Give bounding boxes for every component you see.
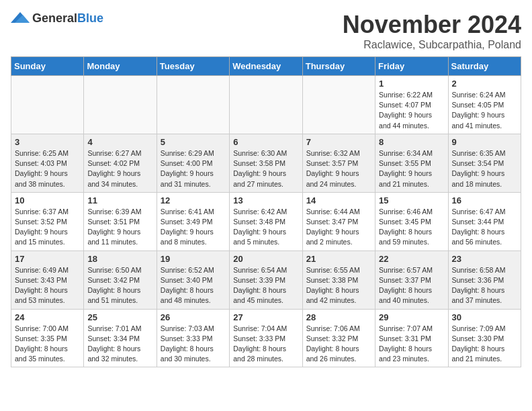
day-cell <box>11 76 84 134</box>
day-number: 16 <box>452 195 517 205</box>
day-number: 11 <box>87 195 152 205</box>
week-row-1: 1Sunrise: 6:22 AM Sunset: 4:07 PM Daylig… <box>11 76 521 134</box>
day-cell: 9Sunrise: 6:35 AM Sunset: 3:54 PM Daylig… <box>448 134 521 192</box>
day-cell: 19Sunrise: 6:52 AM Sunset: 3:40 PM Dayli… <box>157 250 229 309</box>
day-number: 1 <box>379 79 444 89</box>
title-area: November 2024 Raclawice, Subcarpathia, P… <box>343 11 521 51</box>
day-cell <box>157 76 229 134</box>
day-cell: 18Sunrise: 6:50 AM Sunset: 3:42 PM Dayli… <box>84 250 157 309</box>
day-info: Sunrise: 6:25 AM Sunset: 4:03 PM Dayligh… <box>15 148 80 189</box>
day-info: Sunrise: 6:37 AM Sunset: 3:52 PM Dayligh… <box>15 207 80 248</box>
day-info: Sunrise: 6:30 AM Sunset: 3:58 PM Dayligh… <box>233 148 298 189</box>
day-number: 27 <box>233 312 298 322</box>
day-number: 21 <box>306 254 371 264</box>
day-info: Sunrise: 6:50 AM Sunset: 3:42 PM Dayligh… <box>87 265 152 306</box>
day-cell: 14Sunrise: 6:44 AM Sunset: 3:47 PM Dayli… <box>302 192 375 250</box>
logo-icon <box>11 11 30 26</box>
day-number: 12 <box>161 195 226 205</box>
day-info: Sunrise: 6:32 AM Sunset: 3:57 PM Dayligh… <box>306 148 371 189</box>
day-number: 28 <box>306 312 371 322</box>
day-cell: 24Sunrise: 7:00 AM Sunset: 3:35 PM Dayli… <box>11 309 84 367</box>
day-number: 25 <box>87 312 152 322</box>
day-cell: 1Sunrise: 6:22 AM Sunset: 4:07 PM Daylig… <box>375 76 448 134</box>
day-info: Sunrise: 6:27 AM Sunset: 4:02 PM Dayligh… <box>87 148 152 189</box>
day-info: Sunrise: 6:54 AM Sunset: 3:39 PM Dayligh… <box>233 265 298 306</box>
day-info: Sunrise: 6:39 AM Sunset: 3:51 PM Dayligh… <box>87 207 152 248</box>
day-cell: 17Sunrise: 6:49 AM Sunset: 3:43 PM Dayli… <box>11 250 84 309</box>
day-info: Sunrise: 7:04 AM Sunset: 3:33 PM Dayligh… <box>233 324 298 365</box>
day-number: 15 <box>379 195 444 205</box>
header-sunday: Sunday <box>11 57 84 76</box>
day-cell: 22Sunrise: 6:57 AM Sunset: 3:37 PM Dayli… <box>375 250 448 309</box>
day-number: 9 <box>452 137 517 147</box>
day-number: 3 <box>15 137 80 147</box>
day-number: 20 <box>233 254 298 264</box>
day-cell <box>230 76 302 134</box>
day-info: Sunrise: 6:47 AM Sunset: 3:44 PM Dayligh… <box>452 207 517 248</box>
day-cell: 30Sunrise: 7:09 AM Sunset: 3:30 PM Dayli… <box>448 309 521 367</box>
header: GeneralBlue November 2024 Raclawice, Sub… <box>11 11 521 51</box>
day-cell: 29Sunrise: 7:07 AM Sunset: 3:31 PM Dayli… <box>375 309 448 367</box>
logo-general: General <box>32 11 77 25</box>
day-number: 14 <box>306 195 371 205</box>
day-info: Sunrise: 6:49 AM Sunset: 3:43 PM Dayligh… <box>15 265 80 306</box>
day-info: Sunrise: 7:00 AM Sunset: 3:35 PM Dayligh… <box>15 324 80 365</box>
calendar-header: Sunday Monday Tuesday Wednesday Thursday… <box>11 57 521 76</box>
day-number: 13 <box>233 195 298 205</box>
calendar-table: Sunday Monday Tuesday Wednesday Thursday… <box>11 56 521 367</box>
day-number: 4 <box>87 137 152 147</box>
day-info: Sunrise: 6:29 AM Sunset: 4:00 PM Dayligh… <box>161 148 226 189</box>
day-cell: 23Sunrise: 6:58 AM Sunset: 3:36 PM Dayli… <box>448 250 521 309</box>
day-cell <box>302 76 375 134</box>
day-info: Sunrise: 7:09 AM Sunset: 3:30 PM Dayligh… <box>452 324 517 365</box>
day-info: Sunrise: 6:55 AM Sunset: 3:38 PM Dayligh… <box>306 265 371 306</box>
day-number: 19 <box>161 254 226 264</box>
day-number: 8 <box>379 137 444 147</box>
day-cell: 27Sunrise: 7:04 AM Sunset: 3:33 PM Dayli… <box>230 309 302 367</box>
day-info: Sunrise: 6:22 AM Sunset: 4:07 PM Dayligh… <box>379 90 444 131</box>
day-cell: 2Sunrise: 6:24 AM Sunset: 4:05 PM Daylig… <box>448 76 521 134</box>
day-cell: 3Sunrise: 6:25 AM Sunset: 4:03 PM Daylig… <box>11 134 84 192</box>
location-title: Raclawice, Subcarpathia, Poland <box>343 39 521 51</box>
day-cell: 4Sunrise: 6:27 AM Sunset: 4:02 PM Daylig… <box>84 134 157 192</box>
day-number: 26 <box>161 312 226 322</box>
day-cell: 13Sunrise: 6:42 AM Sunset: 3:48 PM Dayli… <box>230 192 302 250</box>
header-tuesday: Tuesday <box>157 57 229 76</box>
day-info: Sunrise: 6:34 AM Sunset: 3:55 PM Dayligh… <box>379 148 444 189</box>
week-row-2: 3Sunrise: 6:25 AM Sunset: 4:03 PM Daylig… <box>11 134 521 192</box>
calendar-body: 1Sunrise: 6:22 AM Sunset: 4:07 PM Daylig… <box>11 76 521 367</box>
day-cell: 21Sunrise: 6:55 AM Sunset: 3:38 PM Dayli… <box>302 250 375 309</box>
day-number: 29 <box>379 312 444 322</box>
day-cell: 16Sunrise: 6:47 AM Sunset: 3:44 PM Dayli… <box>448 192 521 250</box>
day-info: Sunrise: 6:57 AM Sunset: 3:37 PM Dayligh… <box>379 265 444 306</box>
day-cell <box>84 76 157 134</box>
day-number: 23 <box>452 254 517 264</box>
day-info: Sunrise: 6:44 AM Sunset: 3:47 PM Dayligh… <box>306 207 371 248</box>
header-saturday: Saturday <box>448 57 521 76</box>
day-cell: 25Sunrise: 7:01 AM Sunset: 3:34 PM Dayli… <box>84 309 157 367</box>
day-info: Sunrise: 6:52 AM Sunset: 3:40 PM Dayligh… <box>161 265 226 306</box>
logo-blue: Blue <box>77 11 103 25</box>
header-monday: Monday <box>84 57 157 76</box>
month-title: November 2024 <box>343 11 521 39</box>
day-number: 5 <box>161 137 226 147</box>
day-info: Sunrise: 7:06 AM Sunset: 3:32 PM Dayligh… <box>306 324 371 365</box>
day-number: 10 <box>15 195 80 205</box>
day-info: Sunrise: 6:24 AM Sunset: 4:05 PM Dayligh… <box>452 90 517 131</box>
day-info: Sunrise: 7:07 AM Sunset: 3:31 PM Dayligh… <box>379 324 444 365</box>
day-number: 30 <box>452 312 517 322</box>
day-number: 24 <box>15 312 80 322</box>
day-info: Sunrise: 7:03 AM Sunset: 3:33 PM Dayligh… <box>161 324 226 365</box>
day-cell: 6Sunrise: 6:30 AM Sunset: 3:58 PM Daylig… <box>230 134 302 192</box>
day-info: Sunrise: 6:41 AM Sunset: 3:49 PM Dayligh… <box>161 207 226 248</box>
day-info: Sunrise: 7:01 AM Sunset: 3:34 PM Dayligh… <box>87 324 152 365</box>
day-cell: 11Sunrise: 6:39 AM Sunset: 3:51 PM Dayli… <box>84 192 157 250</box>
day-cell: 8Sunrise: 6:34 AM Sunset: 3:55 PM Daylig… <box>375 134 448 192</box>
day-number: 22 <box>379 254 444 264</box>
day-number: 6 <box>233 137 298 147</box>
week-row-4: 17Sunrise: 6:49 AM Sunset: 3:43 PM Dayli… <box>11 250 521 309</box>
day-info: Sunrise: 6:58 AM Sunset: 3:36 PM Dayligh… <box>452 265 517 306</box>
day-cell: 10Sunrise: 6:37 AM Sunset: 3:52 PM Dayli… <box>11 192 84 250</box>
day-number: 7 <box>306 137 371 147</box>
week-row-3: 10Sunrise: 6:37 AM Sunset: 3:52 PM Dayli… <box>11 192 521 250</box>
